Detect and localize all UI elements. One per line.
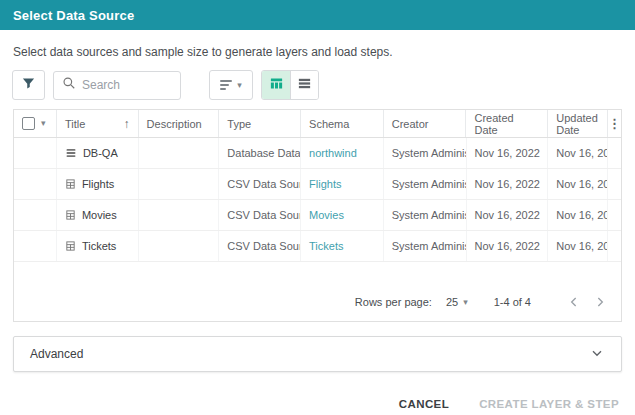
- table-row[interactable]: Movies CSV Data Source Movies System Adm…: [14, 200, 621, 231]
- row-creator: System Administra...: [383, 138, 466, 168]
- table-header-row: ▾ Title ↑ Description Type Schema Creato…: [14, 110, 621, 138]
- csv-file-icon: [65, 178, 76, 190]
- dialog-footer: CANCEL CREATE LAYER & STEP: [0, 390, 635, 415]
- dialog-title: Select Data Source: [13, 8, 134, 23]
- rows-per-page-select[interactable]: 25 ▾: [446, 296, 468, 308]
- view-toggle-group: [261, 70, 319, 100]
- table-row[interactable]: Tickets CSV Data Source Tickets System A…: [14, 231, 621, 262]
- csv-file-icon: [65, 240, 76, 252]
- select-all-checkbox[interactable]: [22, 117, 35, 130]
- row-type: CSV Data Source: [218, 231, 300, 261]
- filter-button[interactable]: [12, 70, 45, 100]
- row-type: Database Data Sou...: [218, 138, 300, 168]
- row-description: [138, 231, 219, 261]
- row-description: [138, 200, 219, 230]
- row-created-date: Nov 16, 2022: [466, 200, 548, 230]
- row-schema-link[interactable]: Tickets: [309, 240, 343, 252]
- kebab-icon[interactable]: ⋮: [608, 117, 621, 130]
- data-source-table: ▾ Title ↑ Description Type Schema Creato…: [13, 109, 622, 322]
- dialog-title-bar: Select Data Source: [0, 0, 635, 30]
- column-header-created-date[interactable]: Created Date: [465, 110, 547, 137]
- filter-icon: [21, 76, 36, 95]
- row-creator: System Administra...: [383, 231, 466, 261]
- row-title: DB-QA: [83, 147, 118, 159]
- row-creator: System Administra...: [383, 200, 466, 230]
- table-row[interactable]: DB-QA Database Data Sou... northwind Sys…: [14, 138, 621, 169]
- sort-icon: [220, 80, 232, 90]
- row-creator: System Administra...: [383, 169, 466, 199]
- database-icon: [65, 147, 77, 159]
- row-description: [138, 138, 219, 168]
- cancel-button[interactable]: CANCEL: [399, 398, 449, 410]
- column-header-schema[interactable]: Schema: [300, 110, 383, 137]
- row-type: CSV Data Source: [218, 169, 300, 199]
- row-created-date: Nov 16, 2022: [466, 169, 548, 199]
- search-input[interactable]: [82, 78, 172, 92]
- row-schema-link[interactable]: northwind: [309, 147, 357, 159]
- caret-down-icon: ▾: [463, 298, 468, 307]
- select-menu-caret-icon[interactable]: ▾: [41, 119, 46, 128]
- row-updated-date: Nov 16, 2022: [547, 169, 607, 199]
- row-schema-link[interactable]: Movies: [309, 209, 344, 221]
- chevron-down-icon: [589, 345, 605, 364]
- sort-button[interactable]: ▾: [209, 70, 253, 100]
- advanced-label: Advanced: [30, 347, 83, 361]
- column-header-description[interactable]: Description: [138, 110, 219, 137]
- rows-per-page-label: Rows per page:: [355, 296, 432, 308]
- row-created-date: Nov 16, 2022: [466, 231, 548, 261]
- column-header-title[interactable]: Title ↑: [56, 110, 138, 137]
- list-view-button[interactable]: [290, 71, 318, 99]
- advanced-accordion[interactable]: Advanced: [13, 336, 622, 372]
- dialog-description: Select data sources and sample size to g…: [0, 30, 635, 68]
- row-title: Movies: [82, 209, 117, 221]
- row-title: Tickets: [82, 240, 116, 252]
- prev-page-button[interactable]: [561, 289, 587, 315]
- row-updated-date: Nov 16, 2022: [547, 138, 607, 168]
- search-icon: [62, 76, 76, 94]
- row-title: Flights: [82, 178, 114, 190]
- search-box[interactable]: [53, 71, 181, 100]
- next-page-button[interactable]: [587, 289, 613, 315]
- toolbar: ▾: [0, 68, 635, 106]
- pagination-range: 1-4 of 4: [494, 296, 531, 308]
- pagination: Rows per page: 25 ▾ 1-4 of 4: [14, 283, 621, 321]
- row-description: [138, 169, 219, 199]
- sort-asc-icon: ↑: [124, 117, 130, 131]
- row-updated-date: Nov 16, 2022: [547, 231, 607, 261]
- column-header-creator[interactable]: Creator: [383, 110, 466, 137]
- column-header-type[interactable]: Type: [218, 110, 300, 137]
- row-type: CSV Data Source: [218, 200, 300, 230]
- table-row[interactable]: Flights CSV Data Source Flights System A…: [14, 169, 621, 200]
- row-schema-link[interactable]: Flights: [309, 178, 341, 190]
- grid-view-icon: [269, 76, 284, 95]
- row-updated-date: Nov 16, 2022: [547, 200, 607, 230]
- row-created-date: Nov 16, 2022: [466, 138, 548, 168]
- column-header-updated-date[interactable]: Updated Date: [547, 110, 607, 137]
- list-view-icon: [297, 76, 312, 95]
- grid-view-button[interactable]: [262, 71, 290, 99]
- create-layer-step-button[interactable]: CREATE LAYER & STEP: [479, 398, 619, 410]
- caret-down-icon: ▾: [237, 81, 242, 90]
- csv-file-icon: [65, 209, 76, 221]
